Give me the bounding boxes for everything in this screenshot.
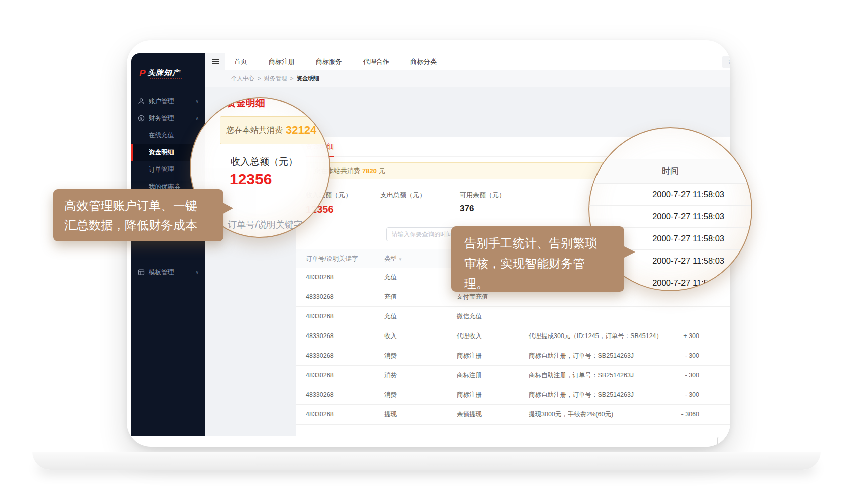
logo-tagline-dots — [150, 78, 182, 79]
lens-time-header: 时间 — [589, 159, 751, 184]
table-row: 48330268收入 代理收入代理提成300元（ID:1245，订单号：SB45… — [296, 326, 730, 346]
table-row: 48330268消费 商标注册商标自助注册，订单号：SB2514263J - 3… — [296, 346, 730, 366]
table-row: 48330268充值 微信充值 2000-7-27 11:58:03 — [296, 307, 730, 326]
lens-consumption-banner: 您在本站共消费 32124 7820 元 — [220, 116, 327, 144]
table-row: 48330268消费 商标注册商标自助注册，订单号：SB2514263J - 3… — [296, 366, 730, 385]
lens-time-row: 2000-7-27 11:58:03 — [589, 206, 751, 228]
logo-icon: P — [139, 68, 146, 78]
breadcrumb-item[interactable]: 财务管理 — [264, 75, 287, 82]
page: P 头牌知产 账户管理 ∨ 财务管理 ∧ — [0, 0, 853, 504]
nav-agent-cooperation[interactable]: 代理合作 — [363, 57, 389, 66]
user-icon — [138, 98, 145, 105]
breadcrumb-item[interactable]: 个人中心 — [231, 75, 254, 82]
lens-time-row: 2000-7-27 11:58:03 — [589, 184, 751, 206]
hamburger-menu-button[interactable] — [205, 53, 225, 70]
callout-left-arrow — [219, 201, 233, 216]
stat-balance: 可用余额（元） 376 — [460, 191, 505, 214]
sort-caret-icon[interactable]: ▼ — [398, 257, 402, 261]
chevron-down-icon: ∨ — [195, 270, 199, 275]
lens-income-label: 收入总额（元） — [231, 155, 298, 169]
callout-left: 高效管理账户订单、一键 汇总数据，降低财务成本 — [53, 189, 223, 241]
chevron-down-icon: ∨ — [195, 99, 199, 104]
callout-right: 告别手工统计、告别繁琐 审核，实现智能财务管 理。 — [451, 226, 624, 292]
nav-trademark-service[interactable]: 商标服务 — [316, 57, 342, 66]
logo-title: 头牌知产 — [148, 68, 180, 78]
sidebar: P 头牌知产 账户管理 ∨ 财务管理 ∧ — [131, 53, 205, 436]
finance-icon — [138, 115, 145, 122]
pagination: < 1 2 3 4 5 — [296, 437, 730, 447]
template-icon — [138, 269, 145, 276]
table-row: 48330268消费 商标注册商标自助注册，订单号：SB2514263J - 3… — [296, 385, 730, 405]
hamburger-icon — [212, 59, 219, 64]
lens-income-value: 12356 — [230, 171, 272, 188]
search-input[interactable] — [722, 56, 730, 68]
pagination-prev-button[interactable]: < — [717, 437, 729, 447]
breadcrumb-current: 资金明细 — [296, 75, 319, 82]
nav-home[interactable]: 首页 — [234, 57, 247, 66]
top-header: 首页 商标注册 商标服务 代理合作 商标分类 — [205, 53, 730, 70]
sidebar-item-account[interactable]: 账户管理 ∨ — [131, 93, 205, 110]
lens-consumption-amount: 32124 — [286, 124, 316, 137]
stat-divider — [452, 189, 452, 215]
table-row: 48330268提现 余额提现提现3000元，手续费2%(60元) - 3060… — [296, 405, 730, 425]
lens-column-header: 订单号/说明关键字 — [228, 219, 303, 231]
callout-right-arrow — [620, 244, 635, 260]
breadcrumb: 个人中心 > 财务管理 > 资金明细 — [205, 70, 730, 87]
top-nav: 首页 商标注册 商标服务 代理合作 商标分类 — [234, 53, 437, 70]
nav-trademark-category[interactable]: 商标分类 — [410, 57, 437, 66]
nav-trademark-register[interactable]: 商标注册 — [269, 57, 295, 66]
sidebar-item-templates[interactable]: 模板管理 ∨ — [131, 264, 205, 281]
laptop-base — [32, 452, 821, 470]
app-logo: P 头牌知产 — [139, 68, 180, 78]
sidebar-item-finance[interactable]: 财务管理 ∧ — [131, 110, 205, 127]
chevron-up-icon: ∧ — [195, 116, 199, 121]
stat-expense: 支出总额（元） — [380, 191, 426, 204]
consumption-amount: 7820 — [362, 167, 377, 175]
